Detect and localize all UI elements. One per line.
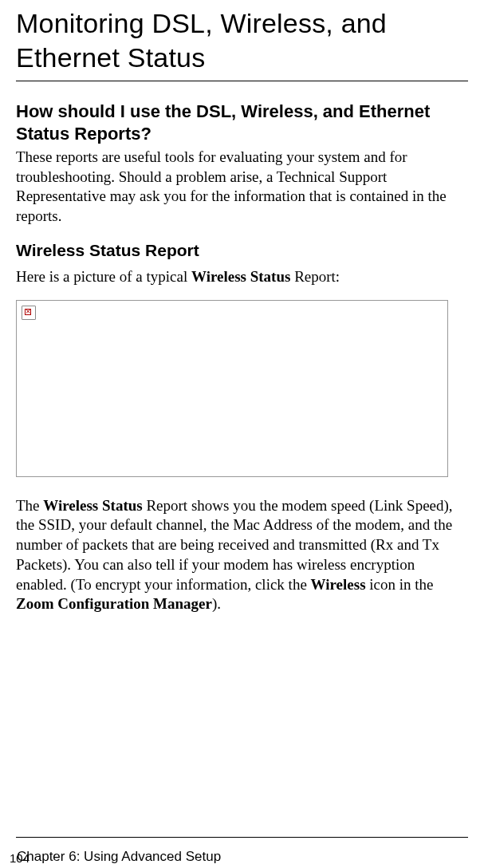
wireless-intro: Here is a picture of a typical Wireless … bbox=[16, 268, 468, 286]
page-title: Monitoring DSL, Wireless, and Ethernet S… bbox=[16, 6, 468, 74]
text: ). bbox=[212, 595, 221, 612]
bold-text: Wireless Status bbox=[191, 268, 290, 285]
wireless-description: The Wireless Status Report shows you the… bbox=[16, 496, 468, 614]
bold-text: Zoom Configuration Manager bbox=[16, 595, 212, 612]
text: The bbox=[16, 497, 43, 514]
text: Here is a picture of a typical bbox=[16, 268, 191, 285]
section-heading-usage: How should I use the DSL, Wireless, and … bbox=[16, 101, 468, 144]
broken-image-icon bbox=[22, 306, 36, 320]
title-rule bbox=[16, 81, 468, 81]
section-heading-wireless: Wireless Status Report bbox=[16, 241, 468, 260]
section-body-usage: These reports are useful tools for evalu… bbox=[16, 148, 468, 227]
screenshot-placeholder bbox=[16, 300, 448, 477]
chapter-label: Chapter 6: Using Advanced Setup bbox=[17, 849, 221, 865]
bold-text: Wireless Status bbox=[43, 497, 142, 514]
text: icon in the bbox=[366, 576, 434, 593]
document-page: Monitoring DSL, Wireless, and Ethernet S… bbox=[0, 0, 484, 868]
bold-text: Wireless bbox=[311, 576, 366, 593]
text: Report: bbox=[290, 268, 340, 285]
footer-rule bbox=[16, 837, 468, 838]
